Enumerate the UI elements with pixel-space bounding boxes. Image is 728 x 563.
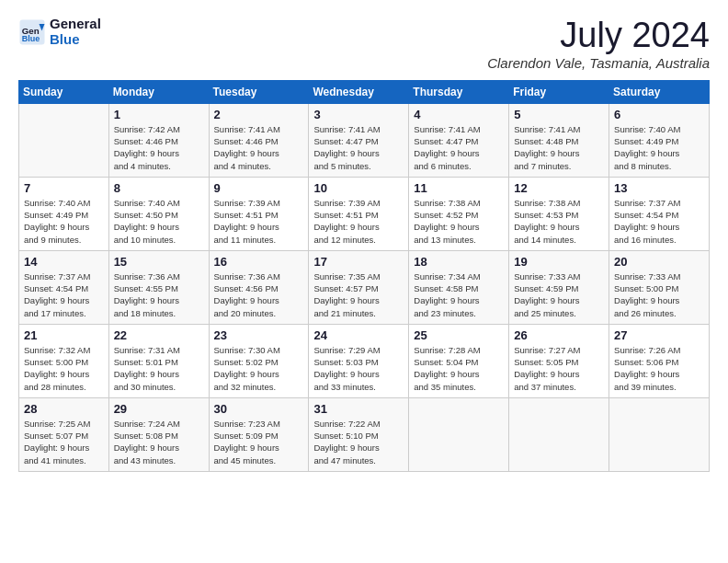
day-info: Sunrise: 7:41 AM Sunset: 4:46 PM Dayligh… bbox=[214, 123, 304, 172]
day-number: 3 bbox=[313, 108, 404, 121]
col-thursday: Thursday bbox=[409, 80, 509, 103]
col-wednesday: Wednesday bbox=[309, 80, 409, 103]
day-number: 22 bbox=[114, 328, 204, 342]
title-block: July 2024 Clarendon Vale, Tasmania, Aust… bbox=[487, 17, 710, 71]
day-number: 12 bbox=[514, 181, 604, 195]
calendar-cell bbox=[509, 397, 609, 471]
calendar-cell: 31Sunrise: 7:22 AM Sunset: 5:10 PM Dayli… bbox=[309, 397, 409, 471]
day-info: Sunrise: 7:37 AM Sunset: 4:54 PM Dayligh… bbox=[24, 270, 104, 319]
page: Gen Blue General Blue July 2024 Clarendo… bbox=[0, 0, 728, 563]
day-number: 18 bbox=[414, 255, 504, 269]
day-number: 20 bbox=[614, 255, 704, 269]
calendar-cell: 20Sunrise: 7:33 AM Sunset: 5:00 PM Dayli… bbox=[609, 250, 710, 324]
calendar-cell: 3Sunrise: 7:41 AM Sunset: 4:47 PM Daylig… bbox=[309, 103, 409, 177]
day-info: Sunrise: 7:41 AM Sunset: 4:47 PM Dayligh… bbox=[313, 123, 404, 172]
calendar-cell: 10Sunrise: 7:39 AM Sunset: 4:51 PM Dayli… bbox=[309, 177, 409, 250]
day-info: Sunrise: 7:41 AM Sunset: 4:48 PM Dayligh… bbox=[514, 123, 604, 172]
day-info: Sunrise: 7:38 AM Sunset: 4:53 PM Dayligh… bbox=[514, 197, 604, 246]
day-number: 11 bbox=[414, 181, 504, 195]
day-number: 23 bbox=[214, 328, 304, 342]
calendar-week-2: 14Sunrise: 7:37 AM Sunset: 4:54 PM Dayli… bbox=[19, 250, 710, 324]
day-info: Sunrise: 7:38 AM Sunset: 4:52 PM Dayligh… bbox=[414, 197, 504, 246]
day-info: Sunrise: 7:26 AM Sunset: 5:06 PM Dayligh… bbox=[614, 344, 704, 393]
col-friday: Friday bbox=[509, 80, 609, 103]
day-number: 2 bbox=[214, 108, 304, 121]
logo-text: General Blue bbox=[50, 17, 101, 47]
day-info: Sunrise: 7:28 AM Sunset: 5:04 PM Dayligh… bbox=[414, 344, 504, 393]
day-number: 31 bbox=[313, 402, 404, 416]
day-info: Sunrise: 7:35 AM Sunset: 4:57 PM Dayligh… bbox=[313, 270, 404, 319]
calendar-cell: 7Sunrise: 7:40 AM Sunset: 4:49 PM Daylig… bbox=[19, 177, 109, 250]
calendar-cell: 18Sunrise: 7:34 AM Sunset: 4:58 PM Dayli… bbox=[409, 250, 509, 324]
day-number: 29 bbox=[114, 402, 204, 416]
calendar-week-3: 21Sunrise: 7:32 AM Sunset: 5:00 PM Dayli… bbox=[19, 324, 710, 397]
col-sunday: Sunday bbox=[19, 80, 109, 103]
col-tuesday: Tuesday bbox=[209, 80, 309, 103]
header-row: Sunday Monday Tuesday Wednesday Thursday… bbox=[19, 80, 710, 103]
day-number: 14 bbox=[24, 255, 104, 269]
calendar-cell: 12Sunrise: 7:38 AM Sunset: 4:53 PM Dayli… bbox=[509, 177, 609, 250]
calendar-cell: 6Sunrise: 7:40 AM Sunset: 4:49 PM Daylig… bbox=[609, 103, 710, 177]
day-info: Sunrise: 7:31 AM Sunset: 5:01 PM Dayligh… bbox=[114, 344, 204, 393]
logo-icon: Gen Blue bbox=[18, 18, 46, 46]
calendar-cell: 30Sunrise: 7:23 AM Sunset: 5:09 PM Dayli… bbox=[209, 397, 309, 471]
day-number: 26 bbox=[514, 328, 604, 342]
calendar-cell: 4Sunrise: 7:41 AM Sunset: 4:47 PM Daylig… bbox=[409, 103, 509, 177]
day-info: Sunrise: 7:36 AM Sunset: 4:55 PM Dayligh… bbox=[114, 270, 204, 319]
day-number: 19 bbox=[514, 255, 604, 269]
day-number: 6 bbox=[614, 108, 704, 121]
calendar-week-4: 28Sunrise: 7:25 AM Sunset: 5:07 PM Dayli… bbox=[19, 397, 710, 471]
day-number: 8 bbox=[114, 181, 204, 195]
calendar-cell bbox=[19, 103, 109, 177]
calendar-week-0: 1Sunrise: 7:42 AM Sunset: 4:46 PM Daylig… bbox=[19, 103, 710, 177]
day-number: 13 bbox=[614, 181, 704, 195]
day-info: Sunrise: 7:27 AM Sunset: 5:05 PM Dayligh… bbox=[514, 344, 604, 393]
calendar-cell: 14Sunrise: 7:37 AM Sunset: 4:54 PM Dayli… bbox=[19, 250, 109, 324]
day-info: Sunrise: 7:40 AM Sunset: 4:49 PM Dayligh… bbox=[24, 197, 104, 246]
day-number: 30 bbox=[214, 402, 304, 416]
day-info: Sunrise: 7:32 AM Sunset: 5:00 PM Dayligh… bbox=[24, 344, 104, 393]
calendar-cell: 22Sunrise: 7:31 AM Sunset: 5:01 PM Dayli… bbox=[108, 324, 209, 397]
svg-text:Blue: Blue bbox=[22, 33, 40, 42]
day-number: 9 bbox=[214, 181, 304, 195]
calendar-cell: 15Sunrise: 7:36 AM Sunset: 4:55 PM Dayli… bbox=[108, 250, 209, 324]
day-info: Sunrise: 7:39 AM Sunset: 4:51 PM Dayligh… bbox=[214, 197, 304, 246]
calendar-cell: 28Sunrise: 7:25 AM Sunset: 5:07 PM Dayli… bbox=[19, 397, 109, 471]
calendar-cell: 26Sunrise: 7:27 AM Sunset: 5:05 PM Dayli… bbox=[509, 324, 609, 397]
calendar-cell: 19Sunrise: 7:33 AM Sunset: 4:59 PM Dayli… bbox=[509, 250, 609, 324]
calendar-cell: 24Sunrise: 7:29 AM Sunset: 5:03 PM Dayli… bbox=[309, 324, 409, 397]
day-info: Sunrise: 7:36 AM Sunset: 4:56 PM Dayligh… bbox=[214, 270, 304, 319]
day-info: Sunrise: 7:33 AM Sunset: 4:59 PM Dayligh… bbox=[514, 270, 604, 319]
day-number: 10 bbox=[313, 181, 404, 195]
day-number: 5 bbox=[514, 108, 604, 121]
day-number: 25 bbox=[414, 328, 504, 342]
day-info: Sunrise: 7:42 AM Sunset: 4:46 PM Dayligh… bbox=[114, 123, 204, 172]
calendar-cell: 5Sunrise: 7:41 AM Sunset: 4:48 PM Daylig… bbox=[509, 103, 609, 177]
calendar-table: Sunday Monday Tuesday Wednesday Thursday… bbox=[18, 80, 710, 472]
day-number: 24 bbox=[313, 328, 404, 342]
day-number: 7 bbox=[24, 181, 104, 195]
calendar-cell: 1Sunrise: 7:42 AM Sunset: 4:46 PM Daylig… bbox=[108, 103, 209, 177]
calendar-cell bbox=[409, 397, 509, 471]
header: Gen Blue General Blue July 2024 Clarendo… bbox=[18, 17, 710, 71]
day-info: Sunrise: 7:33 AM Sunset: 5:00 PM Dayligh… bbox=[614, 270, 704, 319]
logo-blue: Blue bbox=[50, 31, 80, 47]
calendar-cell: 2Sunrise: 7:41 AM Sunset: 4:46 PM Daylig… bbox=[209, 103, 309, 177]
day-info: Sunrise: 7:41 AM Sunset: 4:47 PM Dayligh… bbox=[414, 123, 504, 172]
day-number: 4 bbox=[414, 108, 504, 121]
col-monday: Monday bbox=[108, 80, 209, 103]
month-year: July 2024 bbox=[487, 17, 710, 55]
calendar-cell: 23Sunrise: 7:30 AM Sunset: 5:02 PM Dayli… bbox=[209, 324, 309, 397]
calendar-cell: 8Sunrise: 7:40 AM Sunset: 4:50 PM Daylig… bbox=[108, 177, 209, 250]
day-info: Sunrise: 7:39 AM Sunset: 4:51 PM Dayligh… bbox=[313, 197, 404, 246]
calendar-body: 1Sunrise: 7:42 AM Sunset: 4:46 PM Daylig… bbox=[19, 103, 710, 471]
day-info: Sunrise: 7:24 AM Sunset: 5:08 PM Dayligh… bbox=[114, 418, 204, 466]
day-number: 17 bbox=[313, 255, 404, 269]
day-number: 21 bbox=[24, 328, 104, 342]
calendar-week-1: 7Sunrise: 7:40 AM Sunset: 4:49 PM Daylig… bbox=[19, 177, 710, 250]
day-info: Sunrise: 7:34 AM Sunset: 4:58 PM Dayligh… bbox=[414, 270, 504, 319]
calendar-cell: 9Sunrise: 7:39 AM Sunset: 4:51 PM Daylig… bbox=[209, 177, 309, 250]
day-info: Sunrise: 7:37 AM Sunset: 4:54 PM Dayligh… bbox=[614, 197, 704, 246]
calendar-cell: 13Sunrise: 7:37 AM Sunset: 4:54 PM Dayli… bbox=[609, 177, 710, 250]
calendar-cell: 29Sunrise: 7:24 AM Sunset: 5:08 PM Dayli… bbox=[108, 397, 209, 471]
